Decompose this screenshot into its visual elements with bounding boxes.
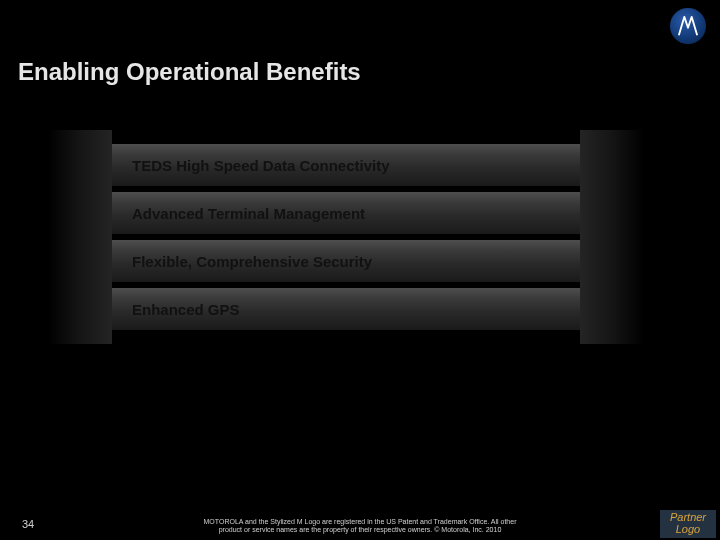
partner-logo-placeholder: Partner Logo <box>660 510 716 538</box>
benefit-list: TEDS High Speed Data Connectivity Advanc… <box>32 130 660 344</box>
list-item: TEDS High Speed Data Connectivity <box>32 144 660 186</box>
list-item: Enhanced GPS <box>32 288 660 330</box>
legal-line-2: product or service names are the propert… <box>219 526 502 533</box>
legal-text: MOTOROLA and the Stylized M Logo are reg… <box>0 518 720 534</box>
fade-left <box>32 130 112 344</box>
legal-line-1: MOTOROLA and the Stylized M Logo are reg… <box>204 518 517 525</box>
motorola-logo-icon <box>670 8 706 44</box>
list-item-label: Advanced Terminal Management <box>132 205 365 222</box>
list-item: Advanced Terminal Management <box>32 192 660 234</box>
stripe-wrap: TEDS High Speed Data Connectivity Advanc… <box>32 130 660 344</box>
stylized-m-icon <box>677 15 699 37</box>
slide-title: Enabling Operational Benefits <box>18 58 361 86</box>
fade-right <box>580 130 660 344</box>
slide: Enabling Operational Benefits TEDS High … <box>0 0 720 540</box>
list-item-label: Enhanced GPS <box>132 301 240 318</box>
content-panel: TEDS High Speed Data Connectivity Advanc… <box>32 130 660 344</box>
list-item-label: TEDS High Speed Data Connectivity <box>132 157 390 174</box>
list-item-label: Flexible, Comprehensive Security <box>132 253 372 270</box>
list-item: Flexible, Comprehensive Security <box>32 240 660 282</box>
footer: 34 MOTOROLA and the Stylized M Logo are … <box>0 508 720 540</box>
